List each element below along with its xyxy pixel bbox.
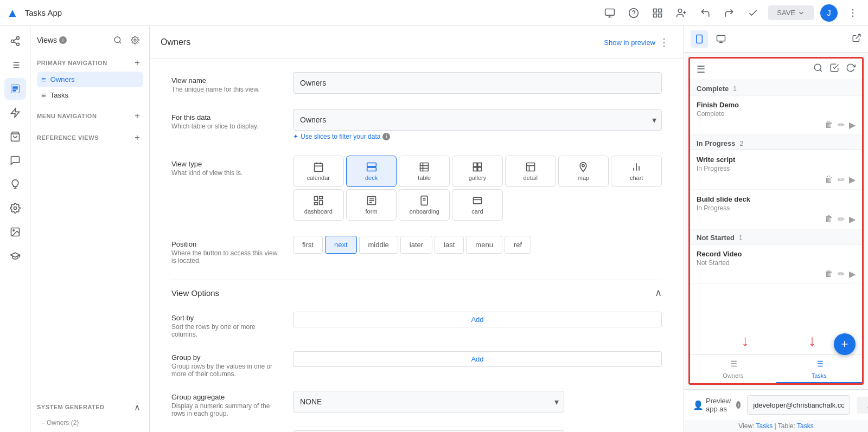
preview-checkbox-icon[interactable]: [829, 63, 839, 75]
grid-icon[interactable]: [649, 4, 666, 22]
view-link[interactable]: Tasks: [756, 422, 773, 430]
position-middle[interactable]: middle: [359, 236, 398, 254]
position-ref[interactable]: ref: [505, 236, 531, 254]
use-slices-link[interactable]: ✦ Use slices to filter your data i: [293, 133, 662, 140]
person-add-icon[interactable]: [673, 4, 690, 22]
task-next-icon-2[interactable]: ▶: [849, 175, 856, 185]
view-type-dashboard[interactable]: dashboard: [293, 189, 344, 221]
menu-nav-header: MENU NAVIGATION +: [37, 107, 143, 125]
content-body: View name The unique name for this view.…: [150, 59, 684, 432]
show-in-preview-button[interactable]: Show in preview: [604, 38, 655, 47]
preview-nav-owners[interactable]: Owners: [690, 354, 776, 383]
view-type-controls: calendar deck table: [293, 156, 662, 221]
preview-refresh-icon[interactable]: [846, 63, 856, 75]
monitor-icon[interactable]: [601, 4, 618, 22]
task-edit-icon-4[interactable]: ✏: [838, 269, 845, 279]
sidebar-icon-shopping[interactable]: [4, 126, 26, 147]
group-in-progress-title: In Progress: [697, 139, 736, 147]
svg-rect-73: [717, 35, 725, 41]
redo-icon[interactable]: [720, 4, 738, 22]
view-type-chart[interactable]: chart: [611, 156, 662, 187]
add-task-fab[interactable]: +: [834, 333, 856, 355]
task-delete-icon-2[interactable]: 🗑: [825, 175, 833, 185]
use-slices-info-icon[interactable]: i: [382, 133, 390, 140]
svg-rect-48: [478, 163, 482, 167]
nav-item-owners[interactable]: ≡ Owners: [37, 72, 143, 87]
preview-search-icon[interactable]: [813, 63, 823, 75]
view-type-table[interactable]: table: [399, 156, 450, 187]
system-generated-collapse[interactable]: ∧: [132, 402, 143, 412]
view-options-collapse[interactable]: ∧: [655, 287, 662, 299]
settings-views-icon[interactable]: [127, 33, 143, 48]
save-button[interactable]: SAVE: [768, 5, 814, 20]
position-next[interactable]: next: [325, 236, 357, 254]
view-type-onboarding[interactable]: onboarding: [399, 189, 450, 221]
view-type-card[interactable]: card: [452, 189, 503, 221]
view-type-deck[interactable]: deck: [346, 156, 397, 187]
undo-icon[interactable]: [697, 4, 714, 22]
table-link[interactable]: Tasks: [797, 422, 814, 430]
group-aggregate-select[interactable]: NONE: [293, 391, 564, 412]
reference-views-add-button[interactable]: +: [132, 132, 143, 143]
preview-menu-icon[interactable]: ☰: [697, 63, 705, 75]
check-icon[interactable]: [744, 4, 762, 22]
preview-external-icon[interactable]: [852, 33, 861, 46]
more-options-icon[interactable]: [844, 4, 861, 22]
sort-by-add-button[interactable]: Add: [293, 312, 662, 327]
red-arrow-tasks: ↓: [808, 332, 816, 350]
task-edit-icon-2[interactable]: ✏: [838, 175, 845, 185]
view-name-input[interactable]: [293, 72, 662, 94]
group-by-add-button[interactable]: Add: [293, 351, 662, 367]
sidebar-icon-page[interactable]: [4, 78, 26, 100]
preview-app-toolbar: ☰: [690, 59, 862, 80]
views-info-icon[interactable]: i: [59, 36, 67, 44]
sidebar-icon-lightbulb[interactable]: [4, 173, 26, 195]
task-item-record-video-status: Not Started: [697, 259, 856, 267]
svg-point-31: [14, 207, 16, 210]
group-by-sublabel: Group rows by the values in one or more …: [171, 363, 280, 378]
task-delete-icon-4[interactable]: 🗑: [825, 269, 833, 279]
sidebar-icon-settings[interactable]: [4, 197, 26, 219]
task-group-in-progress: In Progress 2: [690, 135, 862, 150]
task-next-icon-3[interactable]: ▶: [849, 214, 856, 224]
apply-button[interactable]: Apply: [857, 397, 868, 414]
preview-toolbar-right: [813, 63, 856, 75]
preview-mobile-icon[interactable]: [691, 30, 708, 48]
task-delete-icon-3[interactable]: 🗑: [825, 214, 833, 224]
for-this-data-select[interactable]: Owners: [293, 109, 662, 131]
nav-item-tasks[interactable]: ≡ Tasks: [37, 87, 143, 103]
search-views-icon[interactable]: [110, 33, 125, 48]
primary-nav-add-button[interactable]: +: [132, 57, 143, 68]
task-edit-icon[interactable]: ✏: [838, 120, 845, 130]
position-later[interactable]: later: [400, 236, 432, 254]
nav-item-owners-system[interactable]: – Owners (2): [37, 416, 143, 430]
preview-app-container: Complete 1 Finish Demo Complete 🗑 ✏ ▶: [690, 80, 862, 383]
view-type-calendar[interactable]: calendar: [293, 156, 344, 187]
view-type-detail[interactable]: detail: [505, 156, 556, 187]
sidebar-icon-list[interactable]: [4, 54, 26, 76]
preview-nav-tasks[interactable]: Tasks: [776, 354, 863, 383]
task-next-icon[interactable]: ▶: [849, 120, 856, 130]
for-this-data-select-wrapper: Owners ▾: [293, 109, 662, 131]
position-menu[interactable]: menu: [466, 236, 502, 254]
sidebar-icon-graduation[interactable]: [4, 245, 26, 267]
preview-desktop-icon[interactable]: [712, 30, 730, 48]
view-type-form[interactable]: form: [346, 189, 397, 221]
sidebar-icon-chat[interactable]: [4, 150, 26, 171]
help-icon[interactable]: [625, 4, 642, 22]
sidebar-icon-share[interactable]: [4, 30, 26, 52]
content-more-icon[interactable]: ⋮: [655, 34, 673, 51]
task-next-icon-4[interactable]: ▶: [849, 269, 856, 279]
svg-rect-24: [12, 87, 18, 88]
sidebar-icon-lightning[interactable]: [4, 102, 26, 124]
task-edit-icon-3[interactable]: ✏: [838, 214, 845, 224]
preview-as-info-icon[interactable]: i: [736, 401, 741, 409]
menu-nav-add-button[interactable]: +: [132, 111, 143, 121]
sidebar-icon-media[interactable]: [4, 221, 26, 243]
position-first[interactable]: first: [293, 236, 323, 254]
view-type-gallery[interactable]: gallery: [452, 156, 503, 187]
view-type-map[interactable]: map: [558, 156, 609, 187]
task-delete-icon[interactable]: 🗑: [825, 120, 833, 130]
position-last[interactable]: last: [435, 236, 464, 254]
preview-email-input[interactable]: [747, 395, 850, 415]
